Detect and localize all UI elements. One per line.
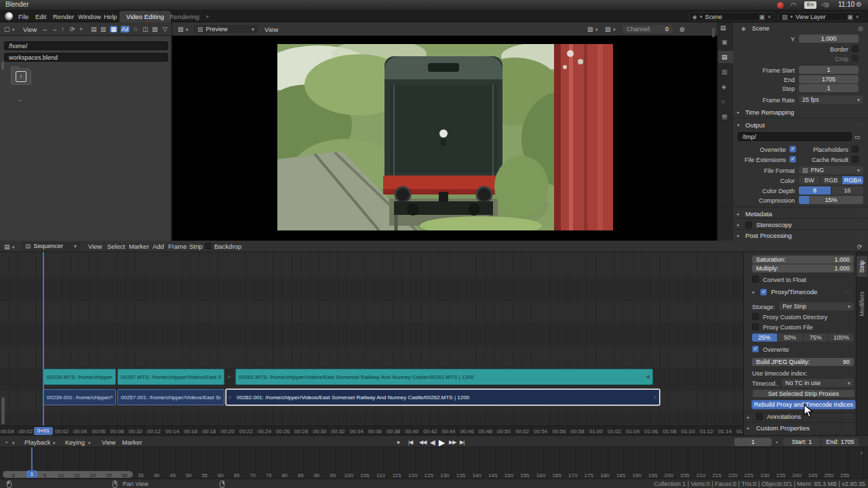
notification-icon[interactable]: [777, 2, 784, 9]
sequencer-menu-marker[interactable]: Marker: [129, 243, 149, 250]
jump-to-start-icon[interactable]: |◀: [408, 439, 412, 445]
proxy-timecode-panel-header[interactable]: Proxy/Timecode: [771, 288, 817, 296]
post-processing-panel-header[interactable]: Post Processing: [745, 232, 792, 239]
directory-path-input[interactable]: /home/: [4, 41, 168, 50]
file-browser-view-menu[interactable]: View: [23, 26, 37, 33]
sequencer-timeline-area[interactable]: 00239.MTS: /home/chipper/Vi00257.MTS: /h…: [0, 252, 743, 435]
convert-to-float-checkbox[interactable]: [752, 276, 759, 283]
output-path-input[interactable]: /tmp/: [738, 132, 852, 141]
sort-alphabetical-icon[interactable]: Az: [121, 26, 130, 33]
sequencer-menu-select[interactable]: Select: [107, 243, 125, 250]
close-icon[interactable]: ×: [856, 14, 859, 20]
play-reverse-icon[interactable]: ◀: [430, 439, 435, 446]
display-channels-icon[interactable]: ▧: [587, 26, 593, 33]
timeline-menu-playback[interactable]: Playback: [24, 439, 51, 446]
preview-view-menu[interactable]: View: [264, 26, 278, 33]
sequencer-editor-icon[interactable]: ▤: [4, 243, 10, 250]
stereoscopy-checkbox[interactable]: [745, 222, 752, 228]
menu-render[interactable]: Render: [53, 13, 74, 20]
playhead[interactable]: [43, 252, 44, 435]
panel-grip-icon[interactable]: ::::: [856, 121, 865, 127]
create-directory-icon[interactable]: +: [79, 26, 83, 33]
strip-handle-left-icon[interactable]: ▶: [228, 369, 231, 384]
storage-dropdown[interactable]: Per Strip: [779, 302, 854, 310]
sequencer-scrollbar[interactable]: [1, 397, 5, 424]
next-keyframe-icon[interactable]: ▶▶: [449, 439, 456, 445]
new-scene-button[interactable]: ▣: [759, 14, 765, 20]
sequencer-menu-view[interactable]: View: [88, 243, 102, 250]
cache-result-checkbox[interactable]: [852, 156, 859, 163]
saturation-slider[interactable]: Saturation: 1.000: [752, 256, 854, 264]
keyboard-layout-indicator[interactable]: En: [804, 1, 816, 9]
refresh-icon[interactable]: ⟳: [70, 26, 75, 33]
up-icon[interactable]: ↑: [61, 26, 64, 33]
channel-stepper[interactable]: Channel: 0: [623, 25, 673, 33]
sequencer-menu-frame[interactable]: Frame: [168, 243, 186, 250]
sequencer-strip[interactable]: ▶00262.MTS: /home/chipper/Videos/East So…: [235, 369, 653, 385]
border-checkbox[interactable]: [852, 45, 859, 52]
sequencer-strip[interactable]: 00257.MTS: /home/chipper/Videos/East Som: [117, 369, 224, 385]
display-alpha-icon[interactable]: ▨: [605, 26, 611, 33]
timeline-playhead[interactable]: [31, 447, 33, 472]
close-icon[interactable]: ×: [768, 14, 771, 20]
proxy-custom-file-checkbox[interactable]: [752, 323, 759, 330]
proxy-overwrite-checkbox[interactable]: [752, 346, 759, 352]
output-panel-header[interactable]: Output: [745, 121, 765, 129]
strip-handle-left-icon[interactable]: ▶: [229, 390, 232, 405]
use-preview-range-clock-icon[interactable]: ◔: [774, 439, 778, 446]
sequencer-strip[interactable]: 00239.MTS: /home/chipper/Vi: [43, 369, 116, 385]
scene-selector[interactable]: ◈▾ Scene ▣ ×: [689, 12, 774, 21]
aspect-y-field[interactable]: 1.000: [799, 35, 859, 43]
proxy-75-option[interactable]: 75%: [804, 333, 829, 342]
expand-corner-icon[interactable]: +: [860, 450, 863, 457]
frame-step-field[interactable]: 1: [799, 84, 859, 92]
tab-modifiers[interactable]: Modifiers: [856, 287, 867, 321]
current-frame-field[interactable]: 1: [734, 438, 772, 446]
sequencer-strip[interactable]: 00257.001: /home/chipper/Videos/East Som: [117, 389, 224, 405]
timeline-editor-icon[interactable]: ◔: [4, 439, 7, 446]
current-frame-indicator[interactable]: 0+01: [34, 427, 53, 435]
preview-editor-icon[interactable]: ▧: [178, 26, 184, 33]
proxy-25-option[interactable]: 25%: [752, 333, 778, 342]
panel-grip-icon[interactable]: ::::: [843, 288, 852, 294]
parent-folder-icon[interactable]: ↑: [11, 68, 31, 85]
previous-keyframe-icon[interactable]: ◀◀: [419, 439, 426, 445]
depth-8-option[interactable]: 8: [799, 186, 831, 195]
sequencer-menu-strip[interactable]: Strip: [189, 243, 203, 250]
blender-logo-icon[interactable]: [5, 12, 13, 20]
display-thumbnails-icon[interactable]: ▦: [110, 26, 117, 33]
proxy-timecode-checkbox[interactable]: [760, 289, 767, 296]
panel-grip-icon[interactable]: ::::: [856, 221, 865, 227]
multiply-slider[interactable]: Multiply: 1.000: [752, 264, 854, 272]
frame-end-button[interactable]: End:1705: [822, 438, 859, 446]
backdrop-checkbox[interactable]: [205, 243, 212, 249]
render-properties-tab[interactable]: ▣: [722, 39, 728, 45]
menu-window[interactable]: Window: [78, 13, 101, 20]
properties-editor-icon[interactable]: ▤: [720, 24, 726, 31]
set-selected-strip-proxies-button[interactable]: Set Selected Strip Proxies: [752, 389, 855, 398]
sequencer-menu-add[interactable]: Add: [153, 243, 164, 250]
forward-icon[interactable]: →: [52, 26, 58, 33]
proxy-50-option[interactable]: 50%: [778, 333, 804, 342]
record-icon[interactable]: ●: [397, 439, 399, 445]
preview-display-mode-dropdown[interactable]: ▧ Preview: [194, 25, 258, 33]
preview-scrollbar[interactable]: [712, 28, 715, 37]
parent-folder-label[interactable]: ..: [18, 96, 22, 102]
crop-checkbox[interactable]: [852, 55, 859, 62]
timeline-view-scrollbar[interactable]: [3, 471, 133, 478]
file-browse-folder-icon[interactable]: ▭: [854, 134, 861, 140]
overlays-ghost-icon[interactable]: ◍: [679, 26, 685, 33]
sync-icon[interactable]: ⟳: [857, 243, 863, 250]
volume-icon[interactable]: ◁)): [821, 1, 829, 7]
metadata-panel-header[interactable]: Metadata: [745, 210, 772, 218]
pin-icon[interactable]: ◎: [858, 25, 863, 32]
proxy-100-option[interactable]: 100%: [829, 333, 854, 342]
file-name-input[interactable]: workspaces.blend: [4, 53, 168, 62]
panel-grip-icon[interactable]: ::::: [856, 210, 865, 216]
output-properties-tab[interactable]: ▤: [722, 54, 728, 60]
sort-size-icon[interactable]: ▧: [152, 26, 158, 33]
sequencer-strip[interactable]: 00239.001: /home/chipper/Vi: [43, 389, 116, 405]
gear-icon[interactable]: ⚙: [856, 1, 862, 8]
filter-icon[interactable]: ▽: [163, 26, 167, 33]
add-workspace-button[interactable]: +: [199, 11, 216, 22]
